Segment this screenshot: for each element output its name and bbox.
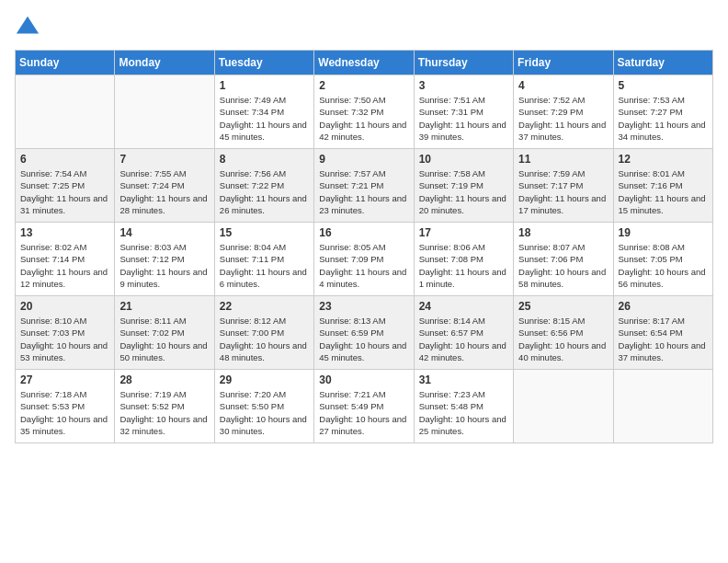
day-number: 9 — [319, 153, 408, 166]
day-info: Sunrise: 7:53 AM Sunset: 7:27 PM Dayligh… — [619, 94, 708, 143]
day-number: 15 — [220, 226, 309, 239]
day-number: 12 — [619, 153, 708, 166]
day-info: Sunrise: 7:21 AM Sunset: 5:49 PM Dayligh… — [319, 388, 408, 437]
day-info: Sunrise: 7:58 AM Sunset: 7:19 PM Dayligh… — [419, 167, 508, 216]
day-number: 11 — [518, 153, 608, 166]
day-number: 8 — [220, 153, 309, 166]
day-cell: 29Sunrise: 7:20 AM Sunset: 5:50 PM Dayli… — [214, 370, 313, 443]
day-number: 3 — [419, 79, 508, 92]
day-cell: 17Sunrise: 8:06 AM Sunset: 7:08 PM Dayli… — [414, 223, 513, 296]
day-info: Sunrise: 8:03 AM Sunset: 7:12 PM Dayligh… — [119, 241, 209, 290]
day-info: Sunrise: 8:15 AM Sunset: 6:56 PM Dayligh… — [518, 315, 608, 363]
day-info: Sunrise: 7:19 AM Sunset: 5:52 PM Dayligh… — [119, 388, 209, 437]
day-number: 29 — [220, 373, 309, 386]
day-number: 23 — [319, 300, 408, 313]
day-cell: 13Sunrise: 8:02 AM Sunset: 7:14 PM Dayli… — [16, 223, 115, 296]
day-cell: 15Sunrise: 8:04 AM Sunset: 7:11 PM Dayli… — [214, 223, 313, 296]
header-cell-tuesday: Tuesday — [214, 51, 313, 75]
week-row-1: 1Sunrise: 7:49 AM Sunset: 7:34 PM Daylig… — [16, 75, 713, 149]
day-cell: 24Sunrise: 8:14 AM Sunset: 6:57 PM Dayli… — [414, 296, 513, 370]
day-number: 18 — [518, 226, 608, 239]
day-info: Sunrise: 7:51 AM Sunset: 7:31 PM Dayligh… — [419, 94, 508, 143]
day-cell: 31Sunrise: 7:23 AM Sunset: 5:48 PM Dayli… — [414, 370, 513, 443]
day-info: Sunrise: 8:10 AM Sunset: 7:03 PM Dayligh… — [20, 315, 109, 363]
day-cell: 6Sunrise: 7:54 AM Sunset: 7:25 PM Daylig… — [16, 149, 115, 223]
header-row: SundayMondayTuesdayWednesdayThursdayFrid… — [16, 51, 713, 75]
day-info: Sunrise: 8:11 AM Sunset: 7:02 PM Dayligh… — [119, 315, 209, 363]
day-cell: 3Sunrise: 7:51 AM Sunset: 7:31 PM Daylig… — [414, 75, 513, 149]
day-cell: 19Sunrise: 8:08 AM Sunset: 7:05 PM Dayli… — [613, 223, 712, 296]
header-cell-wednesday: Wednesday — [314, 51, 414, 75]
day-info: Sunrise: 8:04 AM Sunset: 7:11 PM Dayligh… — [220, 241, 309, 290]
week-row-4: 20Sunrise: 8:10 AM Sunset: 7:03 PM Dayli… — [16, 296, 713, 370]
logo — [15, 15, 44, 40]
day-info: Sunrise: 7:18 AM Sunset: 5:53 PM Dayligh… — [20, 388, 109, 437]
day-number: 2 — [319, 79, 408, 92]
day-number: 20 — [20, 300, 109, 313]
day-number: 1 — [220, 79, 309, 92]
day-cell: 1Sunrise: 7:49 AM Sunset: 7:34 PM Daylig… — [214, 75, 313, 149]
day-info: Sunrise: 7:56 AM Sunset: 7:22 PM Dayligh… — [220, 167, 309, 216]
day-info: Sunrise: 7:52 AM Sunset: 7:29 PM Dayligh… — [518, 94, 608, 143]
calendar-body: 1Sunrise: 7:49 AM Sunset: 7:34 PM Daylig… — [16, 75, 713, 443]
day-info: Sunrise: 7:54 AM Sunset: 7:25 PM Dayligh… — [20, 167, 109, 216]
day-number: 6 — [20, 153, 109, 166]
header-cell-monday: Monday — [115, 51, 214, 75]
day-number: 26 — [619, 300, 708, 313]
day-cell — [514, 370, 613, 443]
day-info: Sunrise: 8:08 AM Sunset: 7:05 PM Dayligh… — [619, 241, 708, 290]
day-number: 10 — [419, 153, 508, 166]
day-info: Sunrise: 7:57 AM Sunset: 7:21 PM Dayligh… — [319, 167, 408, 216]
day-cell: 12Sunrise: 8:01 AM Sunset: 7:16 PM Dayli… — [613, 149, 712, 223]
day-cell: 16Sunrise: 8:05 AM Sunset: 7:09 PM Dayli… — [314, 223, 414, 296]
day-number: 7 — [119, 153, 209, 166]
day-number: 13 — [20, 226, 109, 239]
day-info: Sunrise: 8:14 AM Sunset: 6:57 PM Dayligh… — [419, 315, 508, 363]
header-cell-sunday: Sunday — [16, 51, 115, 75]
day-number: 27 — [20, 373, 109, 386]
week-row-3: 13Sunrise: 8:02 AM Sunset: 7:14 PM Dayli… — [16, 223, 713, 296]
calendar-header: SundayMondayTuesdayWednesdayThursdayFrid… — [16, 51, 713, 75]
day-number: 25 — [518, 300, 608, 313]
header-cell-friday: Friday — [514, 51, 613, 75]
day-cell: 5Sunrise: 7:53 AM Sunset: 7:27 PM Daylig… — [613, 75, 712, 149]
day-cell — [16, 75, 115, 149]
day-number: 24 — [419, 300, 508, 313]
svg-marker-0 — [17, 17, 39, 34]
day-info: Sunrise: 8:13 AM Sunset: 6:59 PM Dayligh… — [319, 315, 408, 363]
day-number: 16 — [319, 226, 408, 239]
day-number: 4 — [518, 79, 608, 92]
day-info: Sunrise: 8:07 AM Sunset: 7:06 PM Dayligh… — [518, 241, 608, 290]
day-cell: 22Sunrise: 8:12 AM Sunset: 7:00 PM Dayli… — [214, 296, 313, 370]
day-info: Sunrise: 8:01 AM Sunset: 7:16 PM Dayligh… — [619, 167, 708, 216]
day-number: 21 — [119, 300, 209, 313]
day-cell — [115, 75, 214, 149]
week-row-2: 6Sunrise: 7:54 AM Sunset: 7:25 PM Daylig… — [16, 149, 713, 223]
day-info: Sunrise: 8:02 AM Sunset: 7:14 PM Dayligh… — [20, 241, 109, 290]
day-cell: 14Sunrise: 8:03 AM Sunset: 7:12 PM Dayli… — [115, 223, 214, 296]
day-number: 28 — [119, 373, 209, 386]
day-info: Sunrise: 7:49 AM Sunset: 7:34 PM Dayligh… — [220, 94, 309, 143]
day-info: Sunrise: 7:59 AM Sunset: 7:17 PM Dayligh… — [518, 167, 608, 216]
day-info: Sunrise: 7:50 AM Sunset: 7:32 PM Dayligh… — [319, 94, 408, 143]
day-cell: 4Sunrise: 7:52 AM Sunset: 7:29 PM Daylig… — [514, 75, 613, 149]
day-number: 19 — [619, 226, 708, 239]
day-cell: 23Sunrise: 8:13 AM Sunset: 6:59 PM Dayli… — [314, 296, 414, 370]
day-info: Sunrise: 8:06 AM Sunset: 7:08 PM Dayligh… — [419, 241, 508, 290]
calendar-table: SundayMondayTuesdayWednesdayThursdayFrid… — [15, 50, 713, 443]
day-cell: 2Sunrise: 7:50 AM Sunset: 7:32 PM Daylig… — [314, 75, 414, 149]
day-number: 31 — [419, 373, 508, 386]
logo-icon — [15, 15, 40, 40]
day-cell: 11Sunrise: 7:59 AM Sunset: 7:17 PM Dayli… — [514, 149, 613, 223]
day-cell: 8Sunrise: 7:56 AM Sunset: 7:22 PM Daylig… — [214, 149, 313, 223]
day-cell: 18Sunrise: 8:07 AM Sunset: 7:06 PM Dayli… — [514, 223, 613, 296]
day-cell: 7Sunrise: 7:55 AM Sunset: 7:24 PM Daylig… — [115, 149, 214, 223]
day-cell: 20Sunrise: 8:10 AM Sunset: 7:03 PM Dayli… — [16, 296, 115, 370]
day-info: Sunrise: 7:20 AM Sunset: 5:50 PM Dayligh… — [220, 388, 309, 437]
day-cell: 9Sunrise: 7:57 AM Sunset: 7:21 PM Daylig… — [314, 149, 414, 223]
header-cell-saturday: Saturday — [613, 51, 712, 75]
day-number: 30 — [319, 373, 408, 386]
header-cell-thursday: Thursday — [414, 51, 513, 75]
day-number: 14 — [119, 226, 209, 239]
day-number: 17 — [419, 226, 508, 239]
